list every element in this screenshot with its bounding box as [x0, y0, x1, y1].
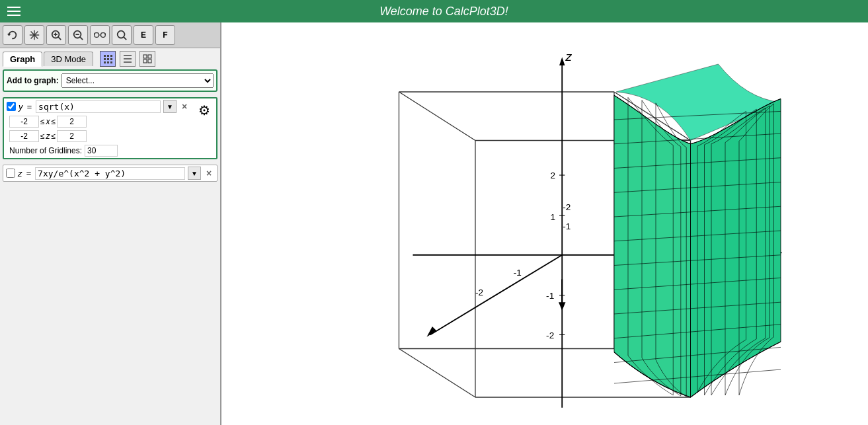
svg-rect-33 — [148, 59, 151, 63]
func1-x-min[interactable] — [9, 116, 39, 128]
toolbar: E F — [0, 22, 220, 48]
svg-rect-11 — [95, 33, 99, 38]
tab-graph[interactable]: Graph — [3, 52, 42, 67]
sidebar: E F Graph 3D Mode — [0, 22, 221, 425]
func2-close[interactable]: × — [204, 168, 214, 178]
svg-rect-19 — [107, 55, 109, 57]
main-layout: E F Graph 3D Mode — [0, 22, 868, 425]
zoom-in-button[interactable] — [46, 25, 66, 45]
func2-input[interactable] — [35, 167, 185, 180]
svg-line-44 — [399, 92, 476, 141]
svg-line-14 — [94, 34, 95, 35]
svg-marker-47 — [559, 58, 565, 66]
func1-z-min[interactable] — [9, 130, 39, 142]
grid-icon-lines[interactable] — [120, 51, 136, 67]
svg-rect-20 — [110, 55, 112, 57]
func1-gear[interactable]: ⚙ — [195, 101, 214, 120]
func1-z-range: ≤ z ≤ — [4, 129, 192, 143]
func2-dropdown[interactable]: ▼ — [188, 167, 201, 180]
z-tick-neg2: -2 — [546, 330, 554, 340]
function-panel-1: y = ▼ × ≤ x ≤ — [3, 97, 217, 159]
func1-x-var: x — [46, 117, 50, 126]
svg-line-17 — [124, 37, 127, 40]
tabs-row: Graph 3D Mode — [0, 48, 220, 67]
svg-marker-72 — [559, 302, 566, 311]
func1-var-label: y — [19, 102, 23, 112]
x-tick-neg2: -2 — [475, 288, 483, 297]
svg-rect-26 — [110, 61, 112, 63]
func1-x-range: ≤ x ≤ — [4, 114, 192, 129]
z-axis-label: z — [565, 50, 572, 63]
graph-area[interactable]: z y 2 1 -1 -2 1 2 -1 -2 -1 -2 — [221, 22, 868, 425]
z-tick-2: 2 — [550, 171, 555, 180]
reset-button[interactable] — [3, 25, 22, 45]
z-tick-neg1: -1 — [546, 291, 554, 301]
svg-rect-32 — [143, 59, 147, 63]
svg-rect-25 — [107, 61, 109, 63]
svg-line-50 — [430, 255, 563, 335]
func1-eq: = — [27, 102, 32, 112]
func1-z-max[interactable] — [57, 130, 87, 142]
func1-gridlines-input[interactable] — [85, 145, 118, 157]
add-to-graph-label: Add to graph: — [7, 76, 59, 85]
top-bar: Welcome to CalcPlot3D! — [0, 0, 868, 22]
func1-z-leq1: ≤ — [40, 132, 45, 141]
svg-line-15 — [105, 34, 106, 35]
func2-var-label: z — [18, 169, 22, 178]
svg-rect-21 — [104, 58, 106, 60]
func1-z-var: z — [46, 132, 50, 141]
func2-eq: = — [26, 169, 32, 178]
page-title: Welcome to CalcPlot3D! — [24, 2, 864, 21]
y-tick-neg2: -2 — [563, 202, 571, 212]
svg-rect-12 — [101, 33, 106, 38]
func1-x-leq1: ≤ — [40, 117, 45, 126]
glasses-button[interactable] — [90, 25, 110, 45]
svg-rect-31 — [148, 55, 151, 58]
star-button[interactable] — [24, 25, 44, 45]
x-tick-neg1: -1 — [514, 268, 522, 278]
zoom-out-button[interactable] — [68, 25, 88, 45]
z-tick-1: 1 — [550, 212, 555, 222]
svg-rect-22 — [107, 58, 109, 60]
func1-x-leq2: ≤ — [52, 117, 56, 126]
func1-input[interactable] — [36, 100, 161, 113]
svg-rect-23 — [110, 58, 112, 60]
func1-gridlines-row: Number of Gridlines: — [4, 143, 192, 158]
graph-svg: z y 2 1 -1 -2 1 2 -1 -2 -1 -2 — [221, 22, 868, 425]
func1-checkbox[interactable] — [7, 102, 16, 111]
y-tick-neg1: -1 — [563, 221, 571, 231]
search-button[interactable] — [112, 25, 132, 45]
tab-3d-mode[interactable]: 3D Mode — [44, 52, 93, 66]
func1-dropdown[interactable]: ▼ — [163, 100, 177, 113]
func2-header: z = ▼ × — [3, 165, 217, 181]
func1-header: y = ▼ × — [4, 98, 192, 114]
svg-line-42 — [399, 349, 476, 398]
func2-checkbox[interactable] — [6, 169, 15, 178]
add-to-graph-select[interactable]: Select... z = f(x,y) Parametric Surface … — [61, 73, 214, 88]
function-panel-2: z = ▼ × — [3, 165, 217, 182]
f-button[interactable]: F — [155, 25, 175, 45]
func1-z-leq2: ≤ — [52, 132, 56, 141]
hamburger-button[interactable] — [4, 1, 24, 21]
e-button[interactable]: E — [134, 25, 153, 45]
func1-x-max[interactable] — [57, 116, 87, 128]
svg-rect-18 — [104, 55, 106, 57]
grid-icon-mixed[interactable] — [139, 51, 155, 67]
gridlines-label: Number of Gridlines: — [9, 146, 82, 155]
svg-rect-24 — [104, 61, 106, 63]
svg-rect-30 — [143, 55, 147, 58]
add-to-graph-row: Add to graph: Select... z = f(x,y) Param… — [3, 69, 217, 92]
func1-close[interactable]: × — [179, 101, 190, 112]
grid-icon-dots[interactable] — [100, 51, 116, 67]
svg-line-5 — [58, 37, 61, 40]
svg-line-9 — [80, 37, 83, 40]
